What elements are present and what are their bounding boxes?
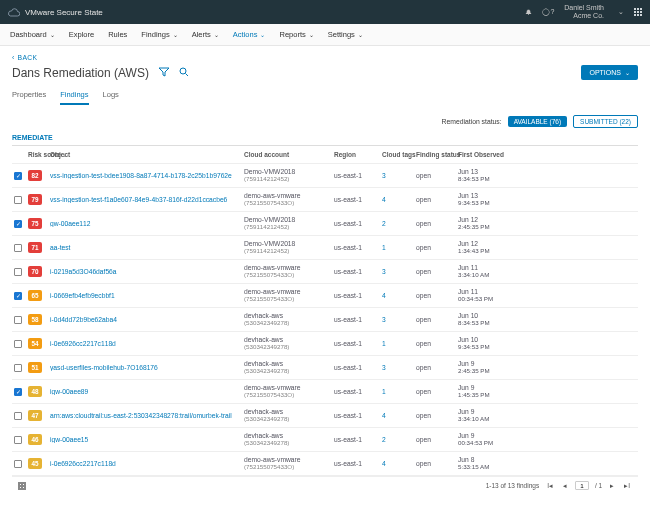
object-link[interactable]: gw-00aee112 <box>50 220 244 227</box>
table-row: 47arn:aws:cloudtrail:us-east-2:530342348… <box>12 404 638 428</box>
first-observed: Jun 93:34:10 AM <box>458 408 508 422</box>
apps-icon[interactable] <box>634 8 642 16</box>
cloud-tags-link[interactable]: 2 <box>382 220 416 227</box>
remediate-action[interactable]: REMEDIATE <box>12 134 638 141</box>
cloud-tags-link[interactable]: 1 <box>382 340 416 347</box>
object-link[interactable]: aa-test <box>50 244 244 251</box>
cloud-tags-link[interactable]: 2 <box>382 436 416 443</box>
object-link[interactable]: yasd-userfiles-mobilehub-7O168176 <box>50 364 244 371</box>
object-link[interactable]: i-0e6926cc2217c118d <box>50 460 244 467</box>
first-page[interactable]: I◂ <box>545 482 555 490</box>
remediation-status-label: Remediation status: <box>442 118 502 125</box>
object-link[interactable]: vss-ingestion-test-f1a0e607-84e9-4b37-81… <box>50 196 244 203</box>
row-checkbox[interactable] <box>14 220 22 228</box>
object-link[interactable]: vss-ingestion-test-bdee1908-8a87-4714-b1… <box>50 172 244 179</box>
user-menu[interactable]: Daniel Smith Acme Co. <box>564 4 604 19</box>
nav-explore[interactable]: Explore <box>69 30 94 39</box>
page-input[interactable] <box>575 481 589 490</box>
row-checkbox[interactable] <box>14 268 22 276</box>
options-button[interactable]: OPTIONS⌄ <box>581 65 638 80</box>
table-row: 75gw-00aee112Demo-VMW2018(759114212452)u… <box>12 212 638 236</box>
first-observed: Jun 139:34:53 PM <box>458 192 508 206</box>
help-icon[interactable]: ◯? <box>542 8 554 16</box>
first-observed: Jun 900:34:53 PM <box>458 432 508 446</box>
tab-properties[interactable]: Properties <box>12 90 46 105</box>
row-checkbox[interactable] <box>14 412 22 420</box>
nav-dashboard[interactable]: Dashboard ⌄ <box>10 30 55 39</box>
first-observed: Jun 113:34:10 AM <box>458 264 508 278</box>
cloud-tags-link[interactable]: 1 <box>382 388 416 395</box>
row-checkbox[interactable] <box>14 460 22 468</box>
filter-icon[interactable] <box>159 67 169 79</box>
first-observed: Jun 138:34:53 PM <box>458 168 508 182</box>
search-icon[interactable] <box>179 67 189 79</box>
region: us-east-1 <box>334 172 382 179</box>
object-link[interactable]: igw-00aee89 <box>50 388 244 395</box>
cloud-tags-link[interactable]: 1 <box>382 244 416 251</box>
table-footer: 1-13 of 13 findings I◂ ◂ / 1 ▸ ▸I <box>12 476 638 494</box>
nav-alerts[interactable]: Alerts ⌄ <box>192 30 219 39</box>
tab-findings[interactable]: Findings <box>60 90 88 105</box>
cloud-tags-link[interactable]: 4 <box>382 292 416 299</box>
tab-logs[interactable]: Logs <box>103 90 119 105</box>
risk-badge: 71 <box>28 242 42 253</box>
nav-rules[interactable]: Rules <box>108 30 127 39</box>
submitted-pill[interactable]: SUBMITTED (22) <box>573 115 638 128</box>
col-region[interactable]: Region <box>334 151 382 158</box>
finding-status: open <box>416 244 458 251</box>
object-link[interactable]: i-0669efb4efb9ecbbf1 <box>50 292 244 299</box>
row-checkbox[interactable] <box>14 316 22 324</box>
row-checkbox[interactable] <box>14 388 22 396</box>
chevron-down-icon[interactable]: ⌄ <box>618 8 624 16</box>
table-row: 58i-0d4dd72b9be62aba4devhack-aws(5303423… <box>12 308 638 332</box>
first-observed: Jun 122:45:35 PM <box>458 216 508 230</box>
object-link[interactable]: igw-00aee15 <box>50 436 244 443</box>
prev-page[interactable]: ◂ <box>561 482 569 490</box>
col-status[interactable]: Finding status <box>416 151 458 158</box>
last-page[interactable]: ▸I <box>622 482 632 490</box>
bell-icon[interactable]: 🔔︎ <box>525 9 532 16</box>
row-checkbox[interactable] <box>14 196 22 204</box>
cloud-tags-link[interactable]: 4 <box>382 460 416 467</box>
region: us-east-1 <box>334 460 382 467</box>
row-checkbox[interactable] <box>14 340 22 348</box>
cloud-tags-link[interactable]: 3 <box>382 268 416 275</box>
finding-status: open <box>416 388 458 395</box>
row-checkbox[interactable] <box>14 172 22 180</box>
object-link[interactable]: i-0219a5d3O46daf56a <box>50 268 244 275</box>
row-checkbox[interactable] <box>14 292 22 300</box>
table-row: 46igw-00aee15devhack-aws(530342349278)us… <box>12 428 638 452</box>
cloud-account: Demo-VMW2018(759114212452) <box>244 240 334 254</box>
object-link[interactable]: arn:aws:cloudtrail:us-east-2:53034234827… <box>50 412 244 419</box>
nav-actions[interactable]: Actions ⌄ <box>233 30 266 39</box>
row-checkbox[interactable] <box>14 364 22 372</box>
col-observed[interactable]: First Observed <box>458 151 508 158</box>
cloud-tags-link[interactable]: 3 <box>382 364 416 371</box>
table-row: 45i-0e6926cc2217c118ddemo-aws-vmware(752… <box>12 452 638 476</box>
col-tags[interactable]: Cloud tags <box>382 151 416 158</box>
columns-icon[interactable] <box>18 482 26 490</box>
cloud-account: devhack-aws(530342349278) <box>244 336 334 350</box>
col-account[interactable]: Cloud account <box>244 151 334 158</box>
object-link[interactable]: i-0d4dd72b9be62aba4 <box>50 316 244 323</box>
col-risk[interactable]: Risk score ↓ <box>28 151 50 158</box>
back-link[interactable]: ‹BACK <box>12 54 638 61</box>
finding-status: open <box>416 196 458 203</box>
available-pill[interactable]: AVAILABLE (76) <box>508 116 567 127</box>
nav-findings[interactable]: Findings ⌄ <box>141 30 177 39</box>
findings-table: Risk score ↓ Object Cloud account Region… <box>12 145 638 476</box>
region: us-east-1 <box>334 412 382 419</box>
col-object[interactable]: Object <box>50 151 244 158</box>
cloud-tags-link[interactable]: 3 <box>382 172 416 179</box>
row-checkbox[interactable] <box>14 436 22 444</box>
cloud-tags-link[interactable]: 4 <box>382 412 416 419</box>
finding-status: open <box>416 220 458 227</box>
nav-settings[interactable]: Settings ⌄ <box>328 30 363 39</box>
cloud-tags-link[interactable]: 3 <box>382 316 416 323</box>
next-page[interactable]: ▸ <box>608 482 616 490</box>
object-link[interactable]: i-0e6926cc2217c118d <box>50 340 244 347</box>
row-checkbox[interactable] <box>14 244 22 252</box>
nav-reports[interactable]: Reports ⌄ <box>279 30 313 39</box>
cloud-tags-link[interactable]: 4 <box>382 196 416 203</box>
table-row: 54i-0e6926cc2217c118ddevhack-aws(5303423… <box>12 332 638 356</box>
